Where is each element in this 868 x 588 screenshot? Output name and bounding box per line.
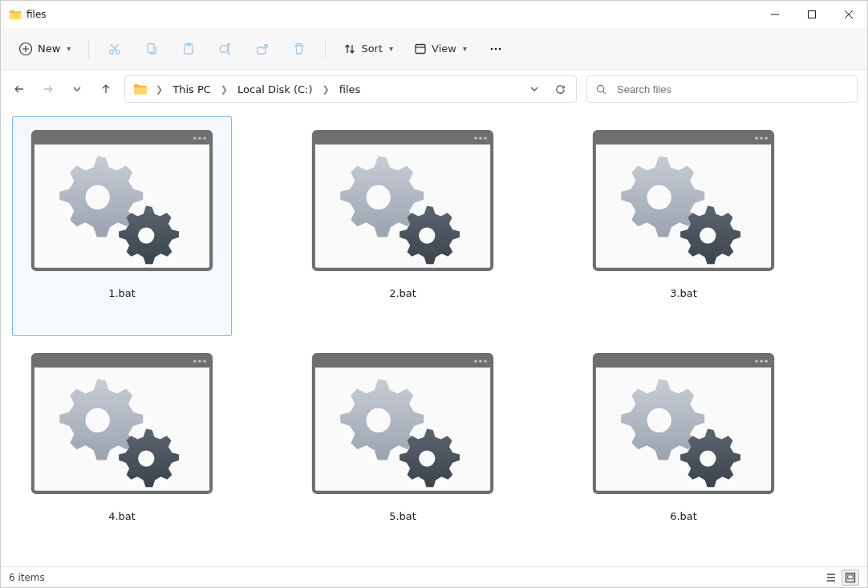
folder-icon [9,8,22,21]
maximize-icon [808,10,816,18]
toolbar: New ▾ Sort ▾ View ▾ [1,28,867,70]
chevron-down-icon [72,84,82,94]
share-icon [255,42,270,56]
search-box[interactable] [586,75,858,103]
bat-file-icon [585,122,782,281]
svg-rect-23 [848,574,854,578]
refresh-icon [554,83,566,95]
chevron-down-icon: ▾ [463,44,467,53]
bat-file-icon [23,122,221,281]
chevron-right-icon: ❯ [219,84,229,95]
chevron-down-icon [529,84,539,94]
minimize-icon [771,10,779,18]
arrow-right-icon [42,83,55,95]
file-name: 2.bat [389,287,416,299]
svg-rect-12 [148,43,154,52]
more-button[interactable] [480,34,512,63]
maximize-button[interactable] [793,1,830,28]
new-label: New [38,43,60,55]
breadcrumb-local-disk[interactable]: Local Disk (C:) [233,80,317,99]
view-switch [822,570,859,586]
rename-button[interactable] [209,34,241,63]
search-input[interactable] [615,83,849,96]
ellipsis-icon [489,42,503,56]
bat-file-icon [304,345,501,504]
separator [88,39,89,59]
svg-rect-17 [416,44,425,53]
share-button[interactable] [246,34,278,63]
svg-rect-15 [221,46,228,52]
file-item[interactable]: 5.bat [293,339,513,559]
chevron-down-icon: ▾ [67,44,71,53]
file-item[interactable]: 1.bat [12,116,232,336]
sort-icon [343,43,356,55]
copy-button[interactable] [136,34,168,63]
address-bar[interactable]: ❯ This PC ❯ Local Disk (C:) ❯ files [124,75,577,103]
svg-point-21 [597,85,603,91]
chevron-right-icon: ❯ [321,84,331,95]
view-label: View [432,43,456,55]
breadcrumb-this-pc[interactable]: This PC [168,80,216,99]
file-item[interactable]: 6.bat [574,339,793,559]
svg-point-18 [491,47,493,49]
trash-icon [292,42,306,56]
item-count: 6 items [9,572,45,583]
bat-file-icon [585,345,782,504]
up-button[interactable] [97,80,115,98]
close-icon [845,10,853,18]
arrow-up-icon [99,83,112,95]
grid-icon [845,572,856,583]
file-pane[interactable]: 1.bat 2.bat 3.bat 4.bat 5.bat 6.bat [1,108,867,566]
window-title: files [26,9,47,20]
file-name: 4.bat [108,510,136,522]
list-icon [825,572,837,583]
refresh-button[interactable] [549,78,571,100]
sort-label: Sort [361,43,383,55]
delete-button[interactable] [283,34,315,63]
svg-point-19 [495,47,497,49]
details-view-button[interactable] [822,570,840,586]
svg-point-20 [499,47,501,49]
paste-button[interactable] [172,34,205,63]
close-button[interactable] [830,1,867,28]
scissors-icon [107,42,122,56]
chevron-down-icon: ▾ [389,44,393,53]
address-row: ❯ This PC ❯ Local Disk (C:) ❯ files [1,70,867,108]
arrow-left-icon [13,83,26,95]
back-button[interactable] [10,80,28,98]
folder-icon [133,82,148,96]
view-icon [414,43,427,55]
file-name: 5.bat [389,510,416,522]
bat-file-icon [304,122,501,281]
separator [325,39,326,59]
file-name: 3.bat [670,287,697,299]
file-item[interactable]: 4.bat [12,339,232,559]
recent-locations-button[interactable] [68,80,86,98]
nav-buttons [10,80,115,98]
address-dropdown-button[interactable] [523,78,546,100]
bat-file-icon [23,345,221,504]
file-name: 6.bat [670,510,697,522]
cut-button[interactable] [99,34,131,63]
svg-rect-8 [809,11,816,18]
sort-button[interactable]: Sort ▾ [335,38,401,60]
forward-button[interactable] [39,80,57,98]
plus-circle-icon [18,42,33,56]
search-icon [595,83,607,95]
file-item[interactable]: 2.bat [293,116,513,336]
clipboard-icon [181,42,196,56]
chevron-right-icon: ❯ [154,84,164,95]
breadcrumb-files[interactable]: files [335,80,366,99]
file-item[interactable]: 3.bat [574,116,793,336]
status-bar: 6 items [1,566,867,587]
minimize-button[interactable] [756,1,793,28]
file-name: 1.bat [108,287,136,299]
copy-icon [144,42,159,56]
new-button[interactable]: New ▾ [10,37,79,61]
titlebar: files [1,1,867,28]
view-button[interactable]: View ▾ [406,38,475,60]
rename-icon [218,42,233,56]
thumbnails-view-button[interactable] [842,570,859,586]
svg-rect-22 [846,573,855,582]
